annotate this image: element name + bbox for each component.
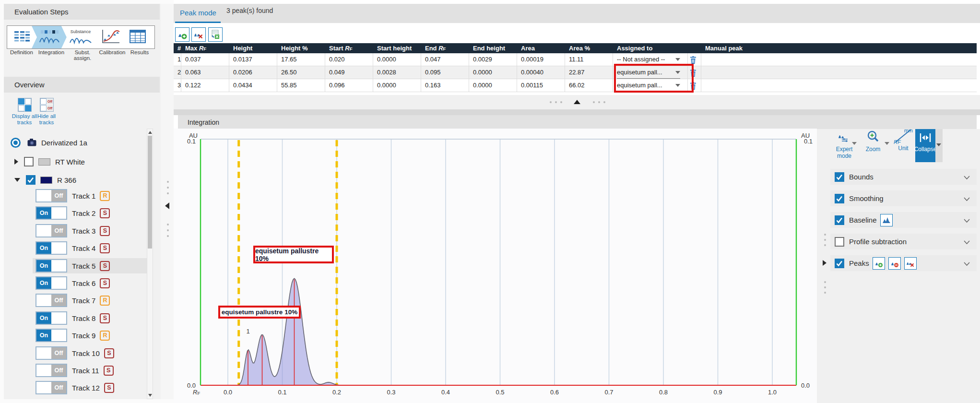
baseline-style-button[interactable] <box>880 214 893 226</box>
column-header-height: Height <box>229 43 277 53</box>
delete-peak-button[interactable] <box>690 56 697 63</box>
expand-peaks-icon[interactable] <box>823 260 827 266</box>
expand-group-icon[interactable] <box>14 159 18 165</box>
toggle-on-label: On <box>36 207 51 219</box>
scroll-up-icon[interactable] <box>148 131 152 134</box>
section-expand-icon[interactable] <box>964 194 970 203</box>
plate-radio[interactable] <box>11 138 21 148</box>
export-peak-table-button[interactable] <box>208 27 223 42</box>
track-visibility-toggle[interactable]: Off <box>35 364 67 377</box>
evaluation-step-subst-assign[interactable]: Substance <box>61 26 99 48</box>
plate-label: Derivatized 1a <box>41 139 87 147</box>
section-profile-subtraction[interactable]: Profile subtraction <box>830 234 977 249</box>
track-visibility-toggle[interactable]: Off <box>35 294 67 307</box>
table-chart-splitter[interactable] <box>174 95 980 109</box>
track-list-scrollbar[interactable] <box>147 129 153 399</box>
toggle-off-label: Off <box>51 225 66 237</box>
track-item-track-4[interactable]: OnTrack 4S <box>33 240 151 256</box>
section-expand-icon[interactable] <box>964 259 970 268</box>
add-peak-button[interactable] <box>873 257 885 270</box>
peak-table-row[interactable]: 10.0370.013717.650.0200.00000.0470.00290… <box>174 53 977 66</box>
track-item-track-1[interactable]: OffTrack 1R <box>33 188 151 203</box>
evaluation-step-label-results: Results <box>126 49 153 61</box>
track-visibility-toggle[interactable]: On <box>35 276 67 290</box>
track-item-track-11[interactable]: OffTrack 11S <box>33 363 151 378</box>
collapse-group-icon[interactable] <box>14 178 20 182</box>
section-checkbox-smoothing[interactable] <box>835 194 844 203</box>
section-peaks[interactable]: Peaks <box>830 255 977 271</box>
track-visibility-toggle[interactable]: Off <box>35 346 67 360</box>
add-peak-button[interactable] <box>175 27 189 42</box>
track-item-track-9[interactable]: OnTrack 9R <box>33 328 151 343</box>
zoom-dropdown-icon[interactable] <box>885 142 889 145</box>
track-visibility-toggle[interactable]: On <box>35 329 67 342</box>
track-visibility-toggle[interactable]: On <box>35 206 67 220</box>
unit-button[interactable]: mm RF Unit <box>892 128 914 152</box>
track-item-track-10[interactable]: OffTrack 10S <box>33 345 151 361</box>
section-expand-icon[interactable] <box>964 237 970 246</box>
peak-value-cell: 0.037 <box>181 53 229 66</box>
group-checkbox-rt-white[interactable] <box>24 157 34 166</box>
track-item-track-3[interactable]: OffTrack 3S <box>33 223 151 238</box>
track-visibility-toggle[interactable]: Off <box>35 189 67 202</box>
track-item-track-12[interactable]: OffTrack 12S <box>33 380 151 395</box>
section-baseline[interactable]: Baseline <box>830 212 977 228</box>
sidebar-splitter[interactable] <box>161 4 174 399</box>
evaluation-step-definition[interactable] <box>7 26 37 48</box>
track-type-badge-s: S <box>100 243 110 253</box>
track-visibility-toggle[interactable]: On <box>35 259 67 273</box>
collapse-table-icon[interactable] <box>574 100 580 104</box>
delete-all-peaks-button[interactable] <box>904 257 917 270</box>
section-label: Smoothing <box>849 194 884 202</box>
section-checkbox-profile-subtraction[interactable] <box>835 237 844 247</box>
section-gap <box>174 109 980 115</box>
track-item-track-2[interactable]: OnTrack 2S <box>33 205 151 221</box>
scroll-down-icon[interactable] <box>148 394 152 397</box>
toggle-on-label: On <box>36 260 51 272</box>
section-checkbox-baseline[interactable] <box>835 215 844 225</box>
calibration-icon <box>100 29 120 46</box>
evaluation-step-label-integration: Integration <box>36 49 66 61</box>
integration-chart[interactable]: AU0.10.0AU0.10.0RF0.00.10.20.30.40.50.60… <box>174 129 817 403</box>
section-bounds[interactable]: Bounds <box>830 169 977 185</box>
section-expand-icon[interactable] <box>964 173 970 181</box>
track-type-badge-s: S <box>104 366 114 376</box>
group-item-r-366[interactable]: R 366 <box>14 174 76 186</box>
track-visibility-toggle[interactable]: On <box>35 311 67 325</box>
hide-all-tracks-button[interactable]: OffOff Hide all tracks <box>32 98 61 126</box>
dropdown-caret-icon <box>675 58 680 61</box>
group-checkbox-r-366[interactable] <box>26 175 35 185</box>
section-checkbox-bounds[interactable] <box>835 172 844 182</box>
collapse-button[interactable]: Collapse <box>915 129 935 162</box>
zoom-button[interactable]: Zoom <box>858 130 888 153</box>
toggle-off-label: Off <box>51 295 66 306</box>
delete-all-peaks-button[interactable] <box>191 27 206 42</box>
peak-number-cell: 2 <box>174 66 181 79</box>
track-item-track-7[interactable]: OffTrack 7R <box>33 293 151 308</box>
collapse-dropdown-strip[interactable] <box>935 129 943 162</box>
section-smoothing[interactable]: Smoothing <box>830 190 977 206</box>
peak-value-cell: 11.11 <box>565 53 613 66</box>
plate-item[interactable]: Derivatized 1a <box>11 135 87 150</box>
peak-table-row[interactable]: 30.1220.043455.850.0960.00000.1630.00000… <box>174 79 977 92</box>
plate-image-icon <box>27 139 36 146</box>
expert-mode-dropdown-icon[interactable] <box>852 142 857 145</box>
track-visibility-toggle[interactable]: On <box>35 241 67 255</box>
collapse-label: Collapse <box>914 146 937 153</box>
export-peak-table-icon <box>210 29 221 40</box>
track-visibility-toggle[interactable]: Off <box>35 224 67 237</box>
track-item-track-8[interactable]: OnTrack 8S <box>33 310 151 326</box>
tab-peak-mode[interactable]: Peak mode <box>175 4 221 22</box>
section-checkbox-peaks[interactable] <box>835 259 844 268</box>
collapse-sidebar-icon[interactable] <box>165 202 169 209</box>
track-item-track-5[interactable]: OnTrack 5S <box>33 258 151 273</box>
scrollbar-thumb[interactable] <box>148 136 152 249</box>
section-expand-icon[interactable] <box>964 216 970 225</box>
group-item-rt-white[interactable]: RT White <box>14 155 85 168</box>
remove-peak-button[interactable] <box>888 257 901 270</box>
track-item-track-6[interactable]: OnTrack 6S <box>33 275 151 291</box>
peak-value-cell: 17.65 <box>277 53 325 66</box>
track-visibility-toggle[interactable]: Off <box>35 381 67 394</box>
peak-table-row[interactable]: 20.0630.020626.500.0490.00280.0950.00000… <box>174 66 977 79</box>
y-axis-min-right: 0.0 <box>801 382 810 389</box>
